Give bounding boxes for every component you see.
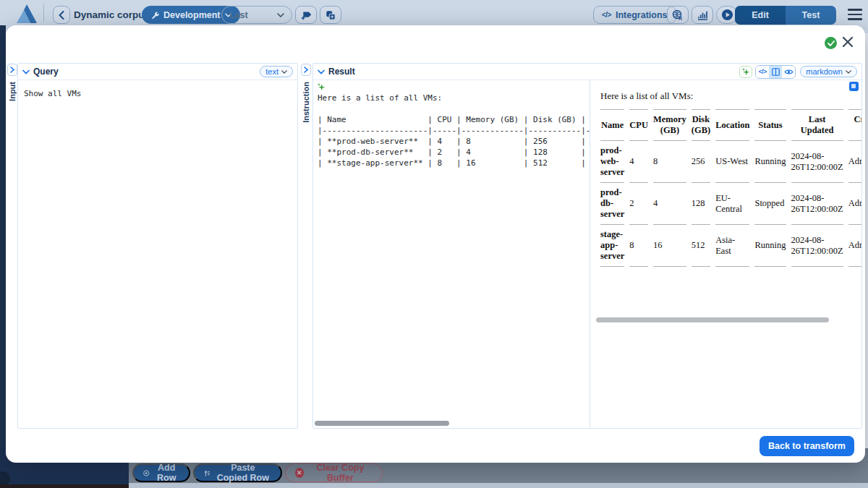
- success-status-icon: [825, 37, 837, 49]
- sparkle-icon: [317, 82, 326, 91]
- close-icon: [842, 36, 854, 48]
- language-button[interactable]: R: [667, 6, 689, 24]
- paste-arrow-icon: [204, 468, 210, 478]
- chevron-down-icon: [846, 70, 851, 74]
- topbar-divider: [43, 4, 44, 22]
- result-raw-text: Here is a list of all VMs: | Name | CPU …: [313, 80, 590, 168]
- environment-label: Development: [163, 10, 221, 20]
- instruction-strip: Instruction: [299, 63, 312, 429]
- x-circle-icon: ✕: [295, 468, 304, 478]
- expand-instruction-button[interactable]: [301, 64, 311, 76]
- version-dropdown[interactable]: Last: [221, 6, 292, 24]
- svg-text:R: R: [678, 16, 682, 21]
- result-panel-title: Result: [328, 67, 355, 77]
- split-columns-icon: [772, 68, 780, 76]
- eye-icon: [784, 69, 793, 75]
- add-row-button[interactable]: Add Row: [132, 463, 190, 482]
- tag-plus-icon: [301, 10, 311, 20]
- vm-table-header-row: Name CPU Memory (GB) Disk (GB) Location …: [600, 109, 861, 141]
- expand-input-button[interactable]: [7, 64, 17, 76]
- code-icon: </>: [759, 68, 767, 75]
- paste-copied-row-button[interactable]: Paste Copied Row: [193, 463, 282, 482]
- collapse-chevron-icon[interactable]: [318, 69, 325, 74]
- code-view-button[interactable]: </>: [756, 66, 769, 78]
- raw-horizontal-scrollbar[interactable]: [315, 421, 449, 426]
- table-row: prod-db-server 2 4 128 EU-Central Stoppe…: [600, 183, 861, 225]
- transform-preview-modal: Input Query text Show all VMs Instructio…: [6, 25, 865, 463]
- edit-tab[interactable]: Edit: [735, 6, 786, 25]
- split-view-button[interactable]: [769, 66, 782, 78]
- duplicate-button[interactable]: [320, 6, 341, 24]
- menu-button[interactable]: [848, 9, 862, 20]
- input-section-label: Input: [8, 82, 17, 101]
- version-label: Last: [229, 10, 248, 20]
- wrench-icon: [150, 11, 159, 20]
- analytics-button[interactable]: [692, 6, 713, 24]
- clear-copy-buffer-button[interactable]: ✕ Clear Copy Buffer: [285, 463, 383, 482]
- plus-circle-icon: [143, 468, 150, 478]
- back-button[interactable]: [53, 6, 70, 24]
- result-view-toggle: </>: [755, 65, 796, 79]
- bar-chart-icon: [697, 10, 708, 20]
- play-icon: [721, 9, 733, 21]
- table-row: prod-web-server 4 8 256 US-West Running …: [600, 141, 861, 183]
- vm-table: Name CPU Memory (GB) Disk (GB) Location …: [595, 109, 861, 267]
- bottom-status-strip: [129, 483, 868, 488]
- hamburger-icon: [848, 9, 862, 11]
- result-panel-header: Result </>: [313, 64, 861, 80]
- close-button[interactable]: [842, 36, 855, 49]
- copy-plus-icon: [326, 10, 336, 20]
- input-strip: Input: [6, 63, 18, 429]
- rendered-horizontal-scrollbar[interactable]: [596, 317, 829, 322]
- result-panel: Result </>: [312, 63, 862, 429]
- back-to-transform-button[interactable]: Back to transform: [760, 436, 854, 456]
- result-format-dropdown[interactable]: markdown: [800, 66, 857, 77]
- collapse-chevron-icon[interactable]: [22, 69, 30, 74]
- ai-generate-button[interactable]: [739, 66, 752, 78]
- corpus-title: Dynamic corpus: [74, 9, 150, 20]
- query-text[interactable]: Show all VMs: [18, 80, 297, 107]
- copy-result-button[interactable]: [849, 82, 859, 91]
- query-panel-header: Query text: [18, 64, 297, 80]
- bottom-edge: [0, 484, 129, 488]
- rendered-heading: Here is a list of all VMs:: [600, 90, 861, 102]
- table-row: stage-app-server 8 16 512 Asia-East Runn…: [600, 225, 861, 267]
- chevron-right-icon: [304, 67, 308, 73]
- chevron-down-icon: [281, 70, 287, 74]
- globe-icon: R: [672, 9, 684, 21]
- test-tab[interactable]: Test: [786, 6, 836, 25]
- query-panel-title: Query: [33, 67, 59, 77]
- integrations-button[interactable]: </> Integrations: [593, 6, 676, 24]
- edit-test-toggle: Edit Test: [735, 6, 836, 25]
- instruction-section-label: Instruction: [302, 82, 310, 123]
- preview-view-button[interactable]: [782, 66, 795, 78]
- chevron-right-icon: [10, 67, 14, 73]
- result-raw-view[interactable]: Here is a list of all VMs: | Name | CPU …: [313, 80, 590, 428]
- left-sidebar-edge: [0, 25, 6, 488]
- tag-add-button[interactable]: [295, 6, 317, 24]
- result-rendered-view: Here is a list of all VMs: Name CPU Memo…: [590, 80, 861, 428]
- app-logo-icon: [16, 4, 38, 24]
- chevron-down-icon: [277, 13, 284, 17]
- integrations-label: Integrations: [616, 10, 668, 20]
- query-panel: Query text Show all VMs: [17, 63, 298, 429]
- query-format-dropdown[interactable]: text: [260, 66, 293, 77]
- code-icon: </>: [602, 11, 611, 19]
- chevron-left-icon: [60, 12, 64, 19]
- sparkle-icon: [741, 67, 750, 76]
